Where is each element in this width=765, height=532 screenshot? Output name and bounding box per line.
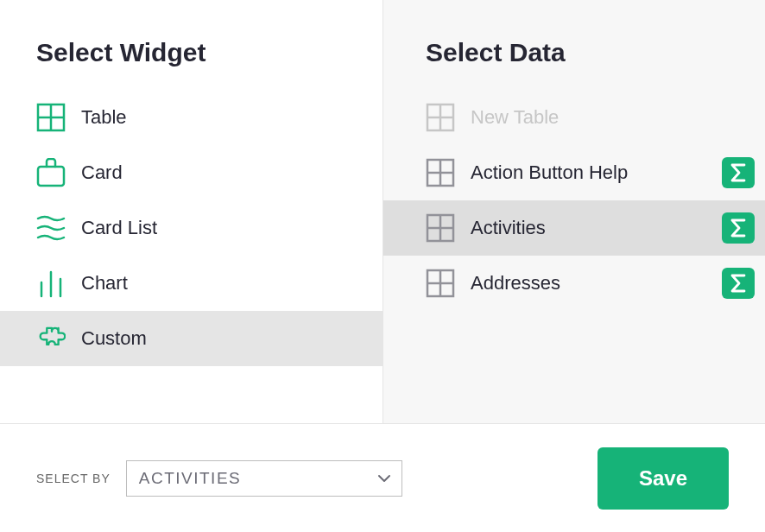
select-by-dropdown[interactable]: ACTIVITIES [126,460,402,497]
save-button[interactable]: Save [597,447,729,510]
data-option-activities[interactable]: Activities [383,200,765,256]
table-icon [426,158,455,187]
widget-option-label: Card List [81,217,157,239]
select-data-title: Select Data [383,0,765,90]
select-widget-title: Select Widget [0,0,382,90]
summary-button[interactable] [722,157,755,188]
widget-option-label: Custom [81,327,147,350]
data-option-label: New Table [471,106,755,129]
data-list: New Table Action Button Help [383,90,765,311]
widget-option-custom[interactable]: Custom [0,311,382,366]
chevron-down-icon [377,472,391,485]
summary-button[interactable] [722,212,755,244]
card-icon [36,158,66,187]
data-option-action-button-help[interactable]: Action Button Help [383,145,765,200]
summary-button[interactable] [722,268,755,299]
sigma-icon [730,274,746,293]
table-icon [36,103,66,132]
data-option-addresses[interactable]: Addresses [383,256,765,311]
select-data-panel: Select Data New Table Action Button Help [382,0,765,423]
widget-option-label: Table [81,106,127,129]
select-widget-panel: Select Widget Table Card [0,0,382,423]
card-list-icon [36,213,66,243]
widget-option-table[interactable]: Table [0,90,382,145]
svg-rect-3 [38,167,64,186]
sigma-icon [730,163,746,182]
widget-option-chart[interactable]: Chart [0,256,382,311]
widget-picker-dialog: Select Widget Table Card [0,0,765,532]
chart-icon [36,269,66,298]
top-panels: Select Widget Table Card [0,0,765,423]
table-icon [426,213,455,243]
data-option-label: Activities [471,217,705,239]
custom-icon [36,324,66,353]
widget-option-label: Card [81,162,123,184]
data-option-label: Addresses [471,272,705,294]
data-option-label: Action Button Help [471,162,705,184]
widget-option-card[interactable]: Card [0,145,382,200]
data-option-new-table: New Table [383,90,765,145]
table-icon [426,103,455,132]
sigma-icon [730,218,746,238]
widget-option-label: Chart [81,272,128,294]
footer-bar: SELECT BY ACTIVITIES Save [0,423,765,532]
select-by-label: SELECT BY [36,472,111,485]
widget-option-card-list[interactable]: Card List [0,200,382,256]
select-by-value: ACTIVITIES [139,469,377,488]
table-icon [426,269,455,298]
widget-list: Table Card Card List [0,90,382,366]
